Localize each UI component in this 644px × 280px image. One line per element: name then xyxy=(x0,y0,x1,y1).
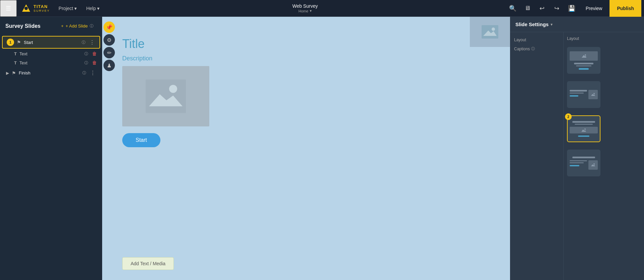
add-text-media-button[interactable]: Add Text / Media xyxy=(122,257,174,270)
sidebar-header: Survey Slides + + Add Slide ⓘ xyxy=(0,17,102,34)
left-sidebar: Survey Slides + + Add Slide ⓘ 1 ⚑ Start … xyxy=(0,17,102,280)
sub-item-label-1: Text xyxy=(19,51,82,56)
svg-point-15 xyxy=(593,163,595,165)
redo-icon: ↪ xyxy=(554,5,559,12)
captions-label: Captions ⓘ xyxy=(514,46,559,51)
slide-info-icon-finish[interactable]: ⓘ xyxy=(82,70,86,75)
figure-icon: ♟ xyxy=(107,62,112,69)
slide-more-button-finish[interactable]: ⋮ xyxy=(89,70,97,76)
layout-thumb-2 xyxy=(570,84,598,105)
slide-name-finish: Finish xyxy=(19,70,80,75)
slide-settings-title: Slide Settings xyxy=(515,21,549,27)
layout-option-3[interactable]: 2 xyxy=(567,115,600,142)
expand-icon-finish[interactable]: ▶ xyxy=(6,71,9,75)
slide-info-icon-start[interactable]: ⓘ xyxy=(82,40,85,45)
redo-button[interactable]: ↪ xyxy=(550,2,564,15)
slide-settings-chevron-icon[interactable]: ▾ xyxy=(551,22,553,27)
hamburger-menu-button[interactable]: ☰ xyxy=(0,0,17,17)
search-button[interactable]: 🔍 xyxy=(506,2,519,15)
preview-button[interactable]: Preview xyxy=(580,0,609,17)
help-menu[interactable]: Help ▾ xyxy=(81,0,104,17)
svg-point-11 xyxy=(593,93,595,94)
sub-item-delete-2[interactable]: 🗑 xyxy=(92,60,97,65)
layout-option-2[interactable] xyxy=(567,81,600,108)
figure-button[interactable]: ♟ xyxy=(103,60,115,71)
svg-point-3 xyxy=(492,27,495,31)
top-navigation: ☰ TITAN SURVEY Project ▾ Help ▾ Web Surv… xyxy=(0,0,644,17)
svg-marker-10 xyxy=(591,94,595,96)
start-flag-icon: ⚑ xyxy=(17,40,21,45)
logo-icon xyxy=(21,3,31,14)
add-slide-button[interactable]: + + Add Slide ⓘ xyxy=(58,21,97,31)
sub-item-info-2[interactable]: ⓘ xyxy=(84,60,88,65)
gear-button[interactable]: ⚙ xyxy=(103,34,115,46)
captions-info-icon[interactable]: ⓘ xyxy=(531,46,535,51)
step-badge-2: 2 xyxy=(565,113,572,120)
sub-item-text-1[interactable]: T Text ⓘ 🗑 xyxy=(2,49,100,58)
canvas-top-image xyxy=(470,17,510,47)
save-button[interactable]: 💾 xyxy=(565,2,578,15)
canvas-content: Title Description Start xyxy=(102,17,510,280)
right-panel-left-section: Layout Captions ⓘ xyxy=(510,32,564,280)
sub-item-info-1[interactable]: ⓘ xyxy=(84,51,88,56)
survey-subtitle[interactable]: Home ▾ xyxy=(298,9,311,13)
canvas-area: Title Description Start Add Text / Media xyxy=(102,17,510,280)
main-layout: Survey Slides + + Add Slide ⓘ 1 ⚑ Start … xyxy=(0,17,644,280)
image-placeholder-icon-top xyxy=(482,25,498,39)
survey-title: Web Survey xyxy=(292,3,318,9)
canvas-image-placeholder xyxy=(122,66,209,126)
device-preview-button[interactable]: 🖥 xyxy=(521,2,534,15)
sub-item-text-2[interactable]: T Text ⓘ 🗑 xyxy=(2,58,100,67)
right-panel-header: Slide Settings ▾ xyxy=(510,17,644,32)
finish-flag-icon: ⚑ xyxy=(12,70,16,76)
canvas-title[interactable]: Title xyxy=(122,37,490,51)
canvas-description[interactable]: Description xyxy=(122,55,490,62)
right-panel-layout-options: Layout xyxy=(564,32,644,280)
right-panel-body: Layout Captions ⓘ Layout xyxy=(510,32,644,280)
monitor-icon: 🖥 xyxy=(524,5,530,12)
svg-point-9 xyxy=(585,54,586,56)
slide-number-1: 1 xyxy=(7,39,14,46)
slide-list: 1 ⚑ Start ⓘ ⋮ T Text ⓘ 🗑 T Text ⓘ 🗑 xyxy=(0,34,102,280)
text-icon-2: T xyxy=(14,60,17,65)
help-chevron-icon: ▾ xyxy=(97,6,99,11)
layout-option-4[interactable] xyxy=(567,150,600,176)
pin-icon: 📌 xyxy=(106,24,113,31)
project-label: Project xyxy=(59,6,73,11)
add-slide-info-icon: ⓘ xyxy=(90,23,93,29)
layout-option-1[interactable] xyxy=(567,47,600,74)
undo-button[interactable]: ↩ xyxy=(535,2,549,15)
subtitle-chevron-icon: ▾ xyxy=(310,9,312,13)
text-icon-1: T xyxy=(14,51,17,56)
publish-button[interactable]: Publish xyxy=(610,0,641,17)
right-panel: Slide Settings ▾ Layout Captions ⓘ Layou… xyxy=(510,17,644,280)
hamburger-icon: ☰ xyxy=(6,5,11,12)
floating-toolbar: 📌 ⚙ ✏ ♟ xyxy=(102,20,116,72)
logo-text-block: TITAN SURVEY xyxy=(33,4,50,12)
slide-item-start[interactable]: 1 ⚑ Start ⓘ ⋮ xyxy=(2,36,100,49)
canvas-start-button[interactable]: Start xyxy=(122,133,160,147)
svg-point-1 xyxy=(24,7,28,10)
slide-name-start: Start xyxy=(24,40,79,45)
sub-item-label-2: Text xyxy=(19,60,82,65)
svg-rect-5 xyxy=(146,79,186,113)
svg-marker-12 xyxy=(581,129,586,132)
layout-label-left: Layout xyxy=(514,38,559,42)
help-label: Help xyxy=(86,6,96,11)
project-menu[interactable]: Project ▾ xyxy=(54,0,82,17)
layout-thumb-1 xyxy=(570,50,598,71)
slide-item-finish[interactable]: ▶ ⚑ Finish ⓘ ⋮ xyxy=(2,68,100,78)
pen-button[interactable]: ✏ xyxy=(103,47,115,58)
layout-label-right: Layout xyxy=(567,36,641,41)
sub-item-delete-1[interactable]: 🗑 xyxy=(92,51,97,56)
slide-more-button-start[interactable]: ⋮ xyxy=(88,39,96,46)
svg-rect-2 xyxy=(482,25,498,39)
search-icon: 🔍 xyxy=(509,5,516,12)
image-placeholder-icon xyxy=(146,79,186,113)
nav-actions: 🔍 🖥 ↩ ↪ 💾 Preview Publish xyxy=(506,0,644,17)
nav-center-info: Web Survey Home ▾ xyxy=(104,3,506,13)
svg-marker-14 xyxy=(591,164,595,166)
logo[interactable]: TITAN SURVEY xyxy=(17,3,54,14)
pin-button[interactable]: 📌 xyxy=(103,21,115,33)
layout-thumb-4 xyxy=(570,152,598,174)
